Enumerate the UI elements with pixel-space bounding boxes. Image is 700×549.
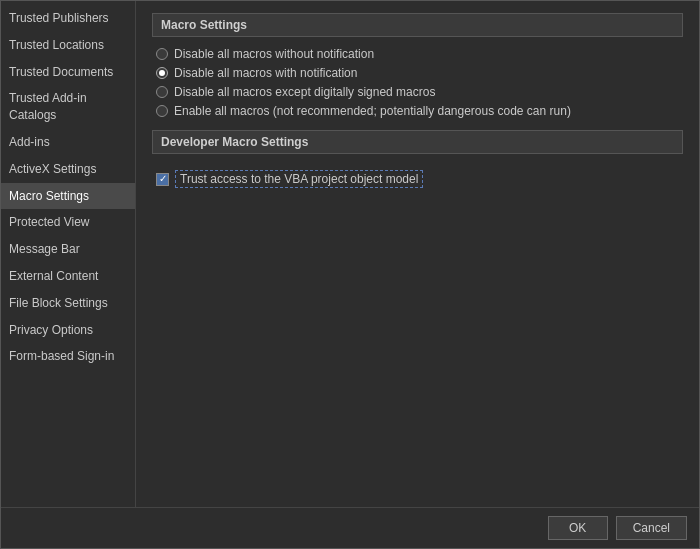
macro-settings-section-title: Macro Settings (152, 13, 683, 37)
radio-label-enable-all: Enable all macros (not recommended; pote… (174, 104, 571, 118)
sidebar-item-trusted-documents[interactable]: Trusted Documents (1, 59, 135, 86)
trust-center-dialog: Trusted PublishersTrusted LocationsTrust… (0, 0, 700, 549)
sidebar-item-trusted-locations[interactable]: Trusted Locations (1, 32, 135, 59)
vba-trust-checkbox[interactable] (156, 173, 169, 186)
sidebar-item-protected-view[interactable]: Protected View (1, 209, 135, 236)
radio-circle-disable-notify[interactable] (156, 67, 168, 79)
vba-trust-label: Trust access to the VBA project object m… (175, 170, 423, 188)
radio-label-disable-except-signed: Disable all macros except digitally sign… (174, 85, 435, 99)
sidebar-item-trusted-publishers[interactable]: Trusted Publishers (1, 5, 135, 32)
developer-section-title: Developer Macro Settings (152, 130, 683, 154)
sidebar-item-activex-settings[interactable]: ActiveX Settings (1, 156, 135, 183)
radio-circle-disable-except-signed[interactable] (156, 86, 168, 98)
sidebar-item-form-based-sign-in[interactable]: Form-based Sign-in (1, 343, 135, 370)
radio-label-disable-notify: Disable all macros with notification (174, 66, 357, 80)
sidebar: Trusted PublishersTrusted LocationsTrust… (1, 1, 136, 507)
radio-item-enable-all[interactable]: Enable all macros (not recommended; pote… (156, 104, 683, 118)
cancel-button[interactable]: Cancel (616, 516, 687, 540)
radio-item-disable-except-signed[interactable]: Disable all macros except digitally sign… (156, 85, 683, 99)
sidebar-item-message-bar[interactable]: Message Bar (1, 236, 135, 263)
sidebar-item-trusted-add-in-catalogs[interactable]: Trusted Add-in Catalogs (1, 85, 135, 129)
radio-circle-enable-all[interactable] (156, 105, 168, 117)
vba-trust-checkbox-item[interactable]: Trust access to the VBA project object m… (152, 164, 683, 194)
dialog-body: Trusted PublishersTrusted LocationsTrust… (1, 1, 699, 507)
main-content: Macro Settings Disable all macros withou… (136, 1, 699, 507)
sidebar-item-file-block-settings[interactable]: File Block Settings (1, 290, 135, 317)
sidebar-item-add-ins[interactable]: Add-ins (1, 129, 135, 156)
radio-circle-disable-no-notify[interactable] (156, 48, 168, 60)
radio-item-disable-no-notify[interactable]: Disable all macros without notification (156, 47, 683, 61)
macro-radio-group: Disable all macros without notificationD… (152, 47, 683, 118)
sidebar-item-privacy-options[interactable]: Privacy Options (1, 317, 135, 344)
sidebar-item-external-content[interactable]: External Content (1, 263, 135, 290)
developer-macro-section: Developer Macro Settings Trust access to… (152, 130, 683, 194)
dialog-footer: OK Cancel (1, 507, 699, 548)
radio-label-disable-no-notify: Disable all macros without notification (174, 47, 374, 61)
ok-button[interactable]: OK (548, 516, 608, 540)
radio-item-disable-notify[interactable]: Disable all macros with notification (156, 66, 683, 80)
sidebar-item-macro-settings[interactable]: Macro Settings (1, 183, 135, 210)
